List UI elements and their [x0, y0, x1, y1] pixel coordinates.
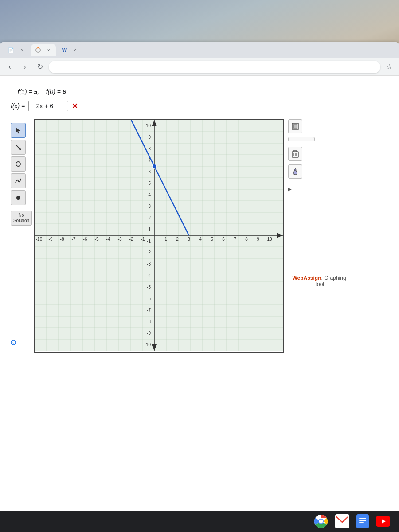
svg-text:-2: -2: [147, 250, 151, 255]
tab-quiz[interactable]: ×: [31, 44, 56, 56]
tab-close-chapter[interactable]: ×: [72, 47, 78, 53]
svg-text:3: 3: [148, 204, 151, 209]
reload-button[interactable]: ↻: [34, 61, 46, 73]
svg-text:-3: -3: [147, 262, 151, 266]
svg-text:-1: -1: [147, 239, 151, 243]
svg-text:10: 10: [267, 237, 272, 242]
delete-row: [288, 147, 350, 161]
bookmark-button[interactable]: ☆: [383, 61, 395, 73]
svg-text:6: 6: [148, 169, 151, 174]
y-intercept-point[interactable]: [152, 164, 156, 168]
svg-text:-4: -4: [106, 237, 110, 242]
svg-text:2: 2: [148, 215, 151, 220]
f0-label: f: [46, 88, 48, 95]
tab-chapter[interactable]: W ×: [58, 44, 82, 56]
browser-window: 📄 × × W × ‹ › ↻ ☆ f(1) = 5, f(0): [0, 42, 399, 532]
svg-text:4: 4: [199, 237, 202, 242]
tab-close-student-hub[interactable]: ×: [20, 47, 25, 53]
f0-value: 6: [63, 88, 66, 95]
resize-tool[interactable]: [11, 140, 26, 155]
svg-text:-10: -10: [145, 342, 151, 347]
address-bar[interactable]: [49, 61, 380, 73]
left-toolbar: No Solution ?: [11, 119, 29, 345]
graph-container: No Solution ?: [11, 119, 388, 353]
panel-top-row: [288, 119, 350, 133]
fx-label: f(x) =: [11, 102, 25, 110]
svg-text:4: 4: [148, 192, 151, 197]
graph-svg[interactable]: 10 9 8 7 6 5 4 3 2 1 -1 -2 -3 -4: [35, 120, 283, 351]
cursor-tool[interactable]: [11, 123, 26, 138]
svg-text:-2: -2: [129, 237, 133, 242]
svg-text:-9: -9: [147, 331, 151, 336]
svg-point-94: [294, 169, 296, 171]
fill-row: [288, 164, 350, 179]
tab-icon-word: W: [62, 47, 67, 53]
fill-icon: [291, 168, 299, 176]
svg-text:1: 1: [164, 237, 167, 242]
no-solution-button[interactable]: No Solution: [11, 211, 32, 226]
svg-text:-8: -8: [147, 319, 151, 324]
tab-icon: 📄: [8, 47, 14, 53]
svg-text:5: 5: [211, 237, 213, 242]
graph-wrapper[interactable]: 10 9 8 7 6 5 4 3 2 1 -1 -2 -3 -4: [34, 119, 284, 353]
point-tool[interactable]: [11, 190, 26, 205]
svg-text:-6: -6: [83, 237, 87, 242]
wrong-mark: ✕: [72, 102, 78, 110]
clear-all-button[interactable]: [288, 137, 315, 141]
svg-text:9: 9: [257, 237, 259, 242]
delete-icon-btn[interactable]: [288, 147, 302, 161]
svg-text:-6: -6: [147, 296, 151, 301]
layer-item-segment1[interactable]: ▶: [288, 187, 350, 192]
svg-rect-102: [359, 518, 366, 519]
youtube-icon-svg: [376, 516, 390, 527]
chrome-icon-svg: [314, 514, 328, 528]
fx-input[interactable]: [28, 101, 68, 111]
youtube-taskbar-icon[interactable]: [376, 516, 390, 527]
svg-rect-103: [359, 520, 366, 521]
answer-row: f(x) = ✕: [11, 101, 388, 111]
svg-text:1: 1: [148, 227, 151, 232]
svg-text:3: 3: [188, 237, 190, 242]
tab-close-quiz[interactable]: ×: [46, 47, 51, 53]
gmail-icon-svg: [336, 516, 348, 526]
layer-icon: [291, 122, 299, 130]
curve-tool[interactable]: [11, 173, 26, 188]
svg-text:-5: -5: [147, 285, 151, 289]
tab-bar: 📄 × × W ×: [0, 42, 399, 58]
webassign-brand: WebAssign: [292, 275, 321, 281]
circle-tool[interactable]: [11, 156, 26, 172]
tab-new[interactable]: [84, 44, 93, 56]
address-bar-row: ‹ › ↻ ☆: [0, 58, 399, 76]
gmail-taskbar-icon[interactable]: [335, 514, 349, 528]
page-content: f(1) = 5, f(0) = 6 f(x) = ✕: [0, 76, 399, 532]
svg-text:6: 6: [222, 237, 225, 242]
chrome-taskbar-icon[interactable]: [314, 514, 328, 528]
forward-button[interactable]: ›: [19, 61, 31, 73]
svg-point-97: [319, 520, 323, 524]
function-values: f(1) = 5, f(0) = 6: [11, 88, 388, 95]
taskbar: [0, 511, 399, 532]
svg-text:-9: -9: [49, 237, 53, 242]
svg-text:7: 7: [234, 237, 236, 242]
svg-text:-7: -7: [147, 308, 151, 313]
back-button[interactable]: ‹: [4, 61, 16, 73]
docs-taskbar-icon[interactable]: [356, 514, 369, 528]
tab-student-hub[interactable]: 📄 ×: [4, 44, 29, 56]
layer-arrow-icon: ▶: [288, 187, 292, 192]
help-link[interactable]: ?: [11, 340, 29, 345]
svg-text:-8: -8: [60, 237, 64, 242]
svg-text:-7: -7: [72, 237, 76, 242]
tab-icon-loading: [35, 47, 41, 53]
trash-icon: [292, 150, 299, 158]
help-icon: ?: [11, 340, 16, 345]
svg-point-2: [16, 196, 20, 200]
svg-text:?: ?: [12, 341, 14, 344]
svg-text:5: 5: [148, 181, 151, 186]
svg-rect-101: [358, 515, 368, 528]
svg-text:10: 10: [146, 123, 151, 128]
svg-text:-10: -10: [36, 237, 43, 242]
svg-rect-86: [293, 125, 297, 128]
svg-text:2: 2: [176, 237, 179, 242]
svg-text:-3: -3: [118, 237, 122, 242]
fill-icon-btn[interactable]: [288, 164, 302, 179]
